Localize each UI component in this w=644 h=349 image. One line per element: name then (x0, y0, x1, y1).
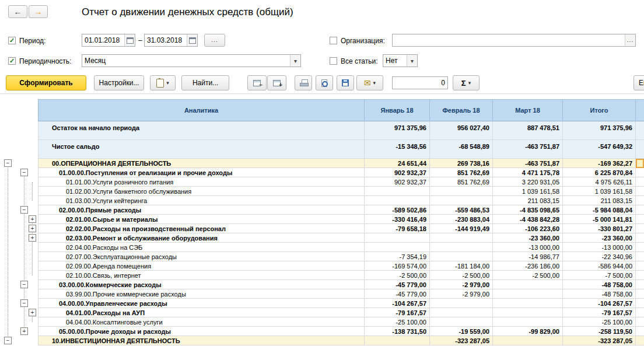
row-label-cell[interactable]: 10.ИНВЕСТИЦИОННАЯ ДЕЯТЕЛЬНОСТЬ (38, 336, 365, 345)
row-label-cell[interactable]: 02.04.00.Расходы на СЭБ (38, 243, 365, 252)
sliver-cell[interactable] (636, 215, 644, 224)
copy-button[interactable]: ▾ (150, 75, 176, 90)
value-cell[interactable] (365, 243, 430, 252)
value-cell[interactable]: -559 486,53 (430, 205, 493, 215)
sliver-cell[interactable] (636, 252, 644, 261)
value-cell[interactable]: -23 360,00 (563, 233, 636, 243)
value-cell[interactable]: 6 225 870,84 (563, 168, 636, 177)
sliver-cell[interactable] (636, 224, 644, 233)
organization-input[interactable] (393, 34, 625, 46)
all-items-input[interactable] (383, 55, 407, 67)
value-cell[interactable]: -169 362,27 (563, 159, 636, 168)
value-cell[interactable] (365, 187, 430, 196)
period-from-input[interactable] (82, 34, 124, 46)
sliver-cell[interactable] (636, 299, 644, 308)
value-cell[interactable]: -463 751,87 (493, 140, 563, 159)
print-preview-button[interactable] (316, 75, 333, 90)
row-label-cell[interactable]: 02.09.00.Аренда помещения (38, 261, 365, 271)
value-cell[interactable]: 1 039 161,58 (493, 187, 563, 196)
row-label-cell[interactable]: 02.10.00.Связь, интернет (38, 271, 365, 280)
value-cell[interactable]: -45 779,00 (365, 280, 430, 289)
collapse-toggle-icon[interactable]: − (4, 337, 12, 344)
value-cell[interactable]: -99 829,00 (493, 327, 563, 336)
sliver-cell[interactable] (636, 205, 644, 215)
value-cell[interactable] (430, 252, 493, 261)
row-label-cell[interactable]: 01.03.00.Услуги кейтеринга (38, 196, 365, 205)
value-cell[interactable]: -5 000 141,81 (563, 215, 636, 224)
value-cell[interactable]: -13 000,00 (563, 243, 636, 252)
row-label-cell[interactable]: 03.00.00.Коммерческие расходы (38, 280, 365, 289)
value-cell[interactable]: -2 979,00 (430, 289, 493, 299)
value-cell[interactable]: 851 762,69 (430, 177, 493, 187)
value-cell[interactable]: -104 267,57 (365, 299, 430, 308)
more-button[interactable]: Еще (634, 75, 644, 90)
value-cell[interactable] (493, 280, 563, 289)
value-cell[interactable] (430, 243, 493, 252)
value-cell[interactable] (430, 317, 493, 327)
value-cell[interactable] (430, 196, 493, 205)
value-cell[interactable]: 902 932,37 (365, 177, 430, 187)
value-cell[interactable]: -547 649,32 (563, 140, 636, 159)
value-cell[interactable]: -330 801,27 (563, 224, 636, 233)
header-january[interactable]: Январь 18 (365, 99, 430, 121)
value-cell[interactable] (365, 196, 430, 205)
periodicity-checkbox[interactable]: ✓ (8, 57, 16, 65)
value-cell[interactable]: -7 500,00 (563, 271, 636, 280)
value-cell[interactable]: 4 471 175,78 (493, 168, 563, 177)
value-cell[interactable] (430, 187, 493, 196)
row-label-cell[interactable]: 04.01.00.Расходы на АУП (38, 308, 365, 317)
value-cell[interactable]: -138 731,50 (365, 327, 430, 336)
expand-toggle-icon[interactable]: + (29, 234, 36, 242)
mail-button[interactable]: ✉ ▾ (356, 75, 383, 90)
expand-toggle-icon[interactable]: + (29, 309, 36, 316)
value-cell[interactable]: -7 354,19 (365, 252, 430, 261)
expand-groups-button[interactable]: + (267, 75, 286, 90)
period-to-input[interactable] (145, 34, 187, 46)
value-cell[interactable]: -586 944,00 (563, 261, 636, 271)
value-cell[interactable]: 211 083,15 (563, 196, 636, 205)
row-label-cell[interactable]: Остаток на начало периода (38, 121, 365, 140)
collapse-toggle-icon[interactable]: − (20, 169, 28, 176)
organization-select-button[interactable]: ... (625, 34, 635, 46)
row-label-cell[interactable]: 01.00.00.Поступления от реализации и про… (38, 168, 365, 177)
row-label-cell[interactable]: 02.02.00.Расходы на производственный пер… (38, 224, 365, 233)
value-cell[interactable]: 956 027,40 (430, 121, 493, 140)
collapse-toggle-icon[interactable]: − (20, 299, 28, 307)
value-cell[interactable]: 3 220 931,05 (493, 177, 563, 187)
value-cell[interactable]: 971 375,96 (563, 121, 636, 140)
value-cell[interactable]: -13 000,00 (493, 243, 563, 252)
collapse-toggle-icon[interactable]: − (20, 281, 28, 288)
header-total[interactable]: Итого (563, 99, 636, 121)
print-button[interactable] (295, 75, 312, 90)
row-label-cell[interactable]: 01.02.00.Услуги банкетного обслуживания (38, 187, 365, 196)
value-cell[interactable] (430, 299, 493, 308)
nav-back-button[interactable]: ← (8, 5, 27, 18)
value-cell[interactable]: -79 167,57 (365, 308, 430, 317)
find-button[interactable]: Найти... (181, 75, 229, 90)
periodicity-input[interactable] (82, 55, 290, 67)
expand-toggle-icon[interactable]: + (29, 225, 36, 232)
value-cell[interactable]: 971 375,96 (365, 121, 430, 140)
active-cell-cursor[interactable] (636, 159, 644, 168)
value-cell[interactable]: -323 287,05 (563, 336, 636, 345)
sliver-cell[interactable] (636, 336, 644, 345)
value-cell[interactable]: 851 762,69 (430, 168, 493, 177)
value-cell[interactable]: -2 500,00 (430, 271, 493, 280)
sliver-cell[interactable] (636, 196, 644, 205)
collapse-toggle-icon[interactable]: − (20, 206, 28, 214)
value-cell[interactable]: -48 758,00 (563, 280, 636, 289)
all-items-checkbox[interactable] (330, 57, 337, 65)
value-cell[interactable]: -45 779,00 (365, 289, 430, 299)
row-label-cell[interactable]: 05.00.00.Прочие доходы и расходы (38, 327, 365, 336)
row-label-cell[interactable]: Чистое сальдо (38, 140, 365, 159)
value-cell[interactable]: -2 500,00 (493, 271, 563, 280)
value-cell[interactable] (430, 308, 493, 317)
value-cell[interactable]: -48 758,00 (563, 289, 636, 299)
row-label-cell[interactable]: 02.01.00.Сырье и материалы (38, 215, 365, 224)
sliver-cell[interactable] (636, 243, 644, 252)
value-cell[interactable] (493, 336, 563, 345)
value-cell[interactable]: -463 751,87 (493, 159, 563, 168)
calendar-button[interactable] (187, 34, 197, 46)
value-cell[interactable] (365, 336, 430, 345)
value-cell[interactable]: -323 287,05 (430, 336, 493, 345)
